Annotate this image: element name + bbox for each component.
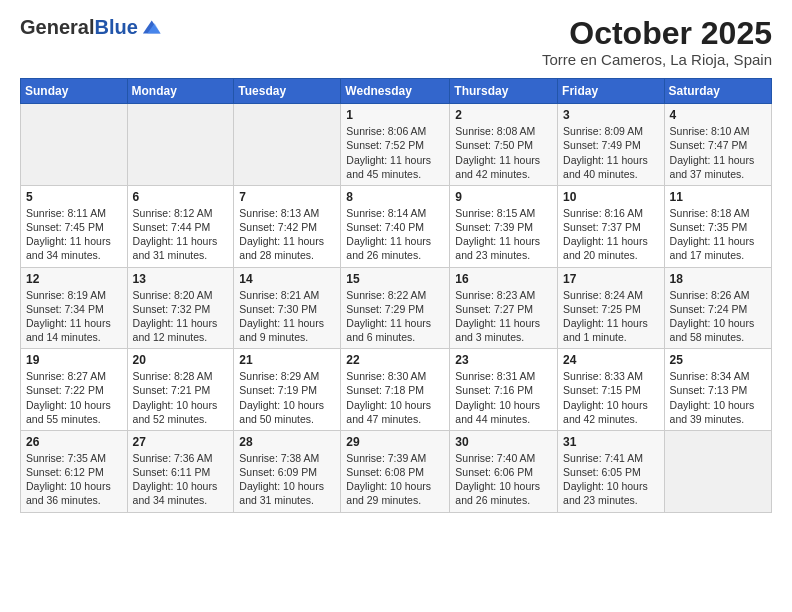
day-number: 16 bbox=[455, 272, 552, 286]
day-info: Sunrise: 8:30 AMSunset: 7:18 PMDaylight:… bbox=[346, 369, 444, 426]
day-info: Sunrise: 8:09 AMSunset: 7:49 PMDaylight:… bbox=[563, 124, 659, 181]
day-info: Sunrise: 8:06 AMSunset: 7:52 PMDaylight:… bbox=[346, 124, 444, 181]
day-info: Sunrise: 8:12 AMSunset: 7:44 PMDaylight:… bbox=[133, 206, 229, 263]
day-number: 26 bbox=[26, 435, 122, 449]
day-info: Sunrise: 8:28 AMSunset: 7:21 PMDaylight:… bbox=[133, 369, 229, 426]
day-number: 6 bbox=[133, 190, 229, 204]
day-number: 7 bbox=[239, 190, 335, 204]
calendar-cell: 24Sunrise: 8:33 AMSunset: 7:15 PMDayligh… bbox=[558, 349, 665, 431]
day-number: 13 bbox=[133, 272, 229, 286]
day-info: Sunrise: 8:13 AMSunset: 7:42 PMDaylight:… bbox=[239, 206, 335, 263]
day-number: 31 bbox=[563, 435, 659, 449]
calendar-week-3: 12Sunrise: 8:19 AMSunset: 7:34 PMDayligh… bbox=[21, 267, 772, 349]
day-info: Sunrise: 7:41 AMSunset: 6:05 PMDaylight:… bbox=[563, 451, 659, 508]
day-number: 10 bbox=[563, 190, 659, 204]
day-info: Sunrise: 8:11 AMSunset: 7:45 PMDaylight:… bbox=[26, 206, 122, 263]
calendar-cell: 27Sunrise: 7:36 AMSunset: 6:11 PMDayligh… bbox=[127, 430, 234, 512]
calendar-cell: 2Sunrise: 8:08 AMSunset: 7:50 PMDaylight… bbox=[450, 104, 558, 186]
day-number: 12 bbox=[26, 272, 122, 286]
column-header-monday: Monday bbox=[127, 79, 234, 104]
day-number: 21 bbox=[239, 353, 335, 367]
day-number: 8 bbox=[346, 190, 444, 204]
day-number: 2 bbox=[455, 108, 552, 122]
day-info: Sunrise: 8:10 AMSunset: 7:47 PMDaylight:… bbox=[670, 124, 766, 181]
calendar-title: October 2025 bbox=[542, 16, 772, 51]
calendar-cell: 14Sunrise: 8:21 AMSunset: 7:30 PMDayligh… bbox=[234, 267, 341, 349]
logo-general: General bbox=[20, 16, 94, 38]
calendar-week-1: 1Sunrise: 8:06 AMSunset: 7:52 PMDaylight… bbox=[21, 104, 772, 186]
day-info: Sunrise: 7:38 AMSunset: 6:09 PMDaylight:… bbox=[239, 451, 335, 508]
day-info: Sunrise: 8:19 AMSunset: 7:34 PMDaylight:… bbox=[26, 288, 122, 345]
day-info: Sunrise: 8:08 AMSunset: 7:50 PMDaylight:… bbox=[455, 124, 552, 181]
calendar-cell: 30Sunrise: 7:40 AMSunset: 6:06 PMDayligh… bbox=[450, 430, 558, 512]
day-number: 29 bbox=[346, 435, 444, 449]
day-info: Sunrise: 8:22 AMSunset: 7:29 PMDaylight:… bbox=[346, 288, 444, 345]
calendar-week-4: 19Sunrise: 8:27 AMSunset: 7:22 PMDayligh… bbox=[21, 349, 772, 431]
calendar-cell: 3Sunrise: 8:09 AMSunset: 7:49 PMDaylight… bbox=[558, 104, 665, 186]
calendar-cell: 11Sunrise: 8:18 AMSunset: 7:35 PMDayligh… bbox=[664, 185, 771, 267]
day-info: Sunrise: 8:26 AMSunset: 7:24 PMDaylight:… bbox=[670, 288, 766, 345]
calendar-header: SundayMondayTuesdayWednesdayThursdayFrid… bbox=[21, 79, 772, 104]
calendar-cell: 1Sunrise: 8:06 AMSunset: 7:52 PMDaylight… bbox=[341, 104, 450, 186]
column-header-thursday: Thursday bbox=[450, 79, 558, 104]
day-number: 5 bbox=[26, 190, 122, 204]
calendar-cell: 8Sunrise: 8:14 AMSunset: 7:40 PMDaylight… bbox=[341, 185, 450, 267]
calendar-week-2: 5Sunrise: 8:11 AMSunset: 7:45 PMDaylight… bbox=[21, 185, 772, 267]
calendar-cell bbox=[21, 104, 128, 186]
day-number: 25 bbox=[670, 353, 766, 367]
calendar-week-5: 26Sunrise: 7:35 AMSunset: 6:12 PMDayligh… bbox=[21, 430, 772, 512]
day-number: 27 bbox=[133, 435, 229, 449]
day-number: 1 bbox=[346, 108, 444, 122]
day-number: 15 bbox=[346, 272, 444, 286]
calendar-cell: 22Sunrise: 8:30 AMSunset: 7:18 PMDayligh… bbox=[341, 349, 450, 431]
calendar-subtitle: Torre en Cameros, La Rioja, Spain bbox=[542, 51, 772, 68]
day-number: 28 bbox=[239, 435, 335, 449]
day-info: Sunrise: 8:34 AMSunset: 7:13 PMDaylight:… bbox=[670, 369, 766, 426]
calendar-cell: 25Sunrise: 8:34 AMSunset: 7:13 PMDayligh… bbox=[664, 349, 771, 431]
day-info: Sunrise: 8:31 AMSunset: 7:16 PMDaylight:… bbox=[455, 369, 552, 426]
day-number: 30 bbox=[455, 435, 552, 449]
calendar-cell: 4Sunrise: 8:10 AMSunset: 7:47 PMDaylight… bbox=[664, 104, 771, 186]
column-header-wednesday: Wednesday bbox=[341, 79, 450, 104]
day-info: Sunrise: 8:20 AMSunset: 7:32 PMDaylight:… bbox=[133, 288, 229, 345]
calendar-cell: 23Sunrise: 8:31 AMSunset: 7:16 PMDayligh… bbox=[450, 349, 558, 431]
calendar-cell: 6Sunrise: 8:12 AMSunset: 7:44 PMDaylight… bbox=[127, 185, 234, 267]
calendar-cell: 18Sunrise: 8:26 AMSunset: 7:24 PMDayligh… bbox=[664, 267, 771, 349]
calendar-cell bbox=[664, 430, 771, 512]
calendar-cell: 9Sunrise: 8:15 AMSunset: 7:39 PMDaylight… bbox=[450, 185, 558, 267]
day-number: 20 bbox=[133, 353, 229, 367]
calendar-cell: 13Sunrise: 8:20 AMSunset: 7:32 PMDayligh… bbox=[127, 267, 234, 349]
day-info: Sunrise: 8:15 AMSunset: 7:39 PMDaylight:… bbox=[455, 206, 552, 263]
column-header-tuesday: Tuesday bbox=[234, 79, 341, 104]
calendar-cell: 31Sunrise: 7:41 AMSunset: 6:05 PMDayligh… bbox=[558, 430, 665, 512]
title-block: October 2025 Torre en Cameros, La Rioja,… bbox=[542, 16, 772, 68]
calendar-cell: 21Sunrise: 8:29 AMSunset: 7:19 PMDayligh… bbox=[234, 349, 341, 431]
day-number: 14 bbox=[239, 272, 335, 286]
day-number: 22 bbox=[346, 353, 444, 367]
calendar-cell: 20Sunrise: 8:28 AMSunset: 7:21 PMDayligh… bbox=[127, 349, 234, 431]
day-info: Sunrise: 8:14 AMSunset: 7:40 PMDaylight:… bbox=[346, 206, 444, 263]
calendar-cell: 5Sunrise: 8:11 AMSunset: 7:45 PMDaylight… bbox=[21, 185, 128, 267]
calendar-cell: 26Sunrise: 7:35 AMSunset: 6:12 PMDayligh… bbox=[21, 430, 128, 512]
day-info: Sunrise: 7:40 AMSunset: 6:06 PMDaylight:… bbox=[455, 451, 552, 508]
day-number: 18 bbox=[670, 272, 766, 286]
day-info: Sunrise: 7:36 AMSunset: 6:11 PMDaylight:… bbox=[133, 451, 229, 508]
column-header-saturday: Saturday bbox=[664, 79, 771, 104]
day-info: Sunrise: 8:33 AMSunset: 7:15 PMDaylight:… bbox=[563, 369, 659, 426]
calendar-cell bbox=[127, 104, 234, 186]
day-info: Sunrise: 8:16 AMSunset: 7:37 PMDaylight:… bbox=[563, 206, 659, 263]
calendar-cell: 12Sunrise: 8:19 AMSunset: 7:34 PMDayligh… bbox=[21, 267, 128, 349]
calendar-cell: 10Sunrise: 8:16 AMSunset: 7:37 PMDayligh… bbox=[558, 185, 665, 267]
day-number: 17 bbox=[563, 272, 659, 286]
calendar-body: 1Sunrise: 8:06 AMSunset: 7:52 PMDaylight… bbox=[21, 104, 772, 512]
day-number: 23 bbox=[455, 353, 552, 367]
header: GeneralBlue October 2025 Torre en Camero… bbox=[20, 16, 772, 68]
logo-text: GeneralBlue bbox=[20, 16, 138, 38]
header-row: SundayMondayTuesdayWednesdayThursdayFrid… bbox=[21, 79, 772, 104]
logo-icon bbox=[140, 16, 162, 38]
column-header-friday: Friday bbox=[558, 79, 665, 104]
day-info: Sunrise: 8:18 AMSunset: 7:35 PMDaylight:… bbox=[670, 206, 766, 263]
page: GeneralBlue October 2025 Torre en Camero… bbox=[0, 0, 792, 612]
calendar-cell bbox=[234, 104, 341, 186]
day-info: Sunrise: 8:27 AMSunset: 7:22 PMDaylight:… bbox=[26, 369, 122, 426]
